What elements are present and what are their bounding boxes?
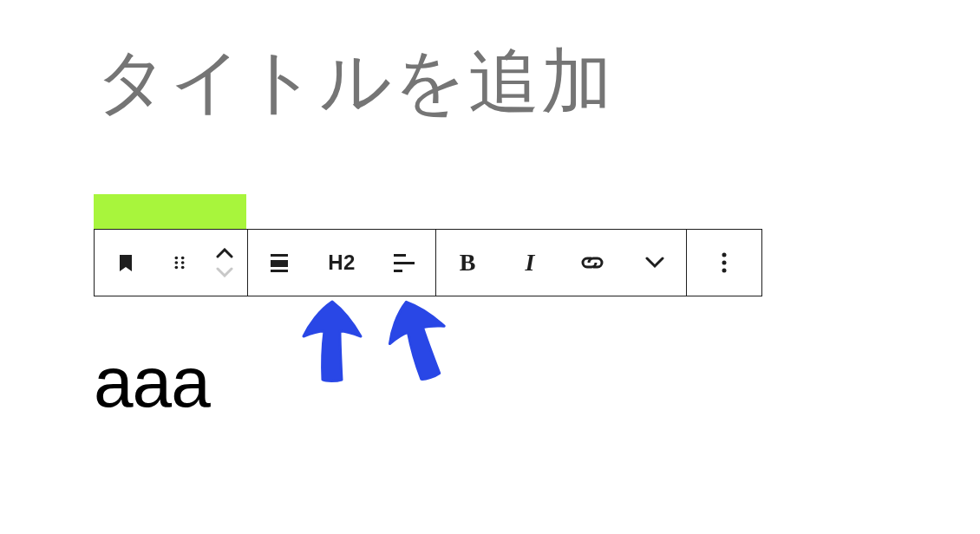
toolbar-group-heading: H2	[248, 229, 436, 296]
svg-rect-11	[394, 270, 402, 272]
svg-point-1	[181, 257, 185, 260]
chevron-down-icon	[216, 267, 233, 277]
svg-point-13	[722, 261, 727, 265]
more-inline-button[interactable]	[624, 230, 686, 296]
svg-point-2	[175, 261, 179, 264]
block-highlight-marker	[94, 194, 246, 229]
text-align-button[interactable]	[373, 230, 435, 296]
svg-point-14	[722, 269, 727, 273]
block-type-button[interactable]	[95, 230, 157, 296]
toolbar-group-inline: B I	[436, 229, 687, 296]
link-button[interactable]	[561, 230, 624, 296]
heading-level-button[interactable]: H2	[310, 230, 373, 296]
block-align-button[interactable]	[248, 230, 310, 296]
svg-point-12	[722, 253, 727, 257]
svg-rect-8	[271, 270, 288, 272]
bold-label: B	[460, 249, 476, 277]
heading-level-label: H2	[328, 251, 356, 275]
italic-button[interactable]: I	[499, 230, 561, 296]
toolbar-group-options	[687, 229, 762, 296]
drag-handle-icon	[170, 253, 189, 272]
move-down-button[interactable]	[216, 264, 233, 280]
annotation-arrow-1	[293, 295, 371, 390]
more-vertical-icon	[721, 251, 728, 274]
italic-label: I	[526, 249, 535, 277]
post-title-input[interactable]	[94, 42, 878, 121]
align-icon	[268, 251, 291, 274]
annotation-arrow-2	[367, 283, 471, 398]
svg-point-5	[181, 266, 185, 270]
heading-block-content[interactable]: aaa	[94, 347, 210, 418]
bold-button[interactable]: B	[436, 230, 499, 296]
bookmark-icon	[115, 252, 136, 273]
text-align-left-icon	[392, 251, 416, 274]
toolbar-group-block	[94, 229, 248, 296]
drag-handle-button[interactable]	[157, 230, 202, 296]
svg-rect-7	[271, 260, 288, 267]
block-options-button[interactable]	[687, 230, 761, 296]
svg-rect-10	[394, 262, 415, 264]
block-toolbar: H2 B I	[94, 229, 762, 296]
chevron-down-icon	[645, 257, 664, 269]
svg-point-3	[181, 261, 185, 264]
link-icon	[579, 254, 605, 271]
svg-point-4	[175, 266, 179, 270]
svg-rect-9	[394, 254, 406, 257]
svg-rect-6	[271, 254, 288, 257]
svg-point-0	[175, 257, 179, 260]
chevron-up-icon	[216, 248, 233, 258]
move-up-button[interactable]	[216, 245, 233, 261]
block-movers	[202, 230, 247, 296]
